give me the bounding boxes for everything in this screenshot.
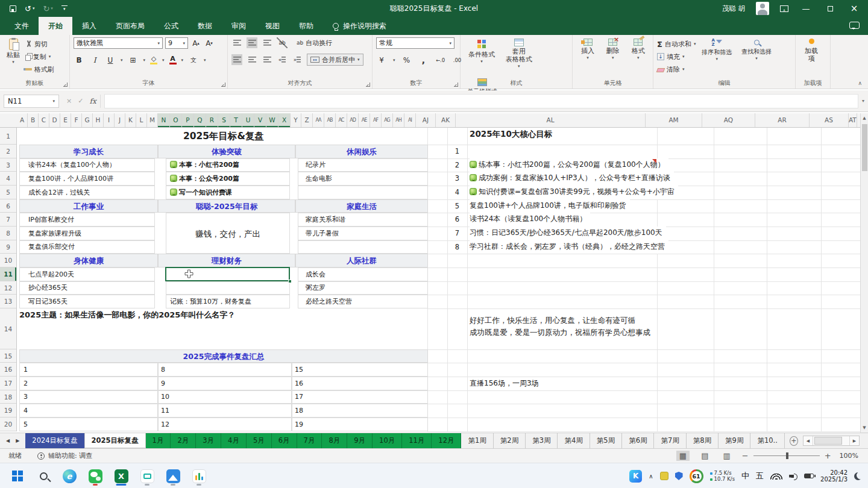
align-middle-icon[interactable]: [247, 37, 257, 48]
col-header-B[interactable]: B: [28, 113, 39, 127]
horizontal-scroll-thumb[interactable]: [814, 437, 842, 445]
right-panel-title[interactable]: 2025年10大核心目标: [470, 129, 555, 140]
wrap-text-button[interactable]: ab自动换行: [297, 37, 332, 48]
sheet-tab-第2周[interactable]: 第2周: [494, 433, 526, 448]
avatar[interactable]: [756, 2, 769, 15]
col-header-AJ[interactable]: AJ: [416, 113, 436, 127]
summary-cell[interactable]: 2: [19, 377, 158, 390]
format-painter-button[interactable]: 格式刷: [25, 64, 54, 75]
summary-cell[interactable]: 10: [158, 390, 292, 404]
col-header-I[interactable]: I: [104, 113, 115, 127]
col-header-O[interactable]: O: [170, 113, 182, 127]
row-header-20[interactable]: 20: [0, 418, 16, 431]
close-button[interactable]: ×: [848, 3, 861, 14]
excel-taskbar-button[interactable]: X: [113, 466, 129, 486]
am-text-cell[interactable]: 习惯：日记365天/抄心经365天/七点早起200天/散步100天: [470, 227, 666, 240]
undo-button[interactable]: ↺▾: [25, 5, 34, 13]
number-dialog-launcher-icon[interactable]: [454, 83, 458, 87]
col-header-AS[interactable]: AS: [810, 113, 849, 127]
col-header-AH[interactable]: AH: [393, 113, 404, 127]
chart-app-button[interactable]: [191, 466, 207, 486]
minimize-button[interactable]: —: [799, 4, 813, 13]
restore-button[interactable]: [823, 4, 837, 13]
menu-tab-插入[interactable]: 插入: [72, 17, 106, 35]
sort-filter-button[interactable]: AZ 排序和筛选▾: [698, 37, 735, 77]
col-header-AB[interactable]: AB: [324, 113, 336, 127]
col-header-V[interactable]: V: [254, 113, 266, 127]
col-header-G[interactable]: G: [82, 113, 93, 127]
am-text-cell[interactable]: 知识付费课=复盘创富30讲卖99元，视频号+公众号+小宇宙: [470, 186, 678, 199]
summary-cell[interactable]: 17: [292, 390, 428, 404]
sheet-cell[interactable]: 本事：小红书200篇: [166, 158, 290, 172]
wifi-icon[interactable]: [770, 472, 782, 480]
row-header-7[interactable]: 7: [0, 213, 16, 227]
page-break-view-icon[interactable]: ▥: [720, 451, 733, 461]
sheet-tab-8月[interactable]: 8月: [322, 433, 347, 448]
row-header-19[interactable]: 19: [0, 404, 16, 418]
row-header-16[interactable]: 16: [0, 363, 16, 377]
col-header-Y[interactable]: Y: [291, 113, 301, 127]
col-header-K[interactable]: K: [125, 113, 136, 127]
new-sheet-button[interactable]: +: [790, 436, 798, 446]
battery-icon[interactable]: [804, 474, 814, 479]
col-header-A[interactable]: A: [17, 113, 28, 127]
name-box[interactable]: N11▾: [4, 95, 59, 108]
menu-tab-公式[interactable]: 公式: [154, 17, 188, 35]
col-header-S[interactable]: S: [218, 113, 230, 127]
band-header[interactable]: 体验突破: [158, 145, 295, 158]
col-header-R[interactable]: R: [206, 113, 218, 127]
theme-row-text[interactable]: 2025主题：如果生活像一部电影，你的2025年叫什么名字？: [19, 310, 235, 321]
summary-cell[interactable]: 12: [158, 418, 292, 431]
sheet-cell[interactable]: 复盘家族课程升级: [19, 227, 155, 240]
col-header-X[interactable]: X: [278, 113, 291, 127]
am-text-cell[interactable]: 复盘100讲+个人品牌100讲，电子版和印刷验货: [470, 199, 630, 213]
sheet-tab-第3周[interactable]: 第3周: [526, 433, 558, 448]
row-header-15[interactable]: 15: [0, 349, 16, 363]
font-color-button[interactable]: A: [169, 56, 177, 64]
sheet-cell[interactable]: 成长会12讲，过钱关: [19, 186, 155, 199]
sheet-cell[interactable]: 复盘俱乐部交付: [19, 240, 155, 254]
band-header[interactable]: 理财财务: [158, 254, 295, 267]
decrease-font-icon[interactable]: A▾: [204, 38, 215, 49]
col-header-AT[interactable]: AT: [849, 113, 857, 127]
menu-tab-页面布局[interactable]: 页面布局: [106, 17, 154, 35]
night-mode-icon[interactable]: [854, 472, 862, 480]
clear-button[interactable]: 清除▾: [657, 64, 696, 75]
sheet-cell[interactable]: 成长会: [298, 267, 428, 281]
menu-tab-文件[interactable]: 文件: [5, 17, 39, 35]
sheet-tab-10月[interactable]: 10月: [373, 433, 402, 448]
summary-header[interactable]: 2025完成事件复盘汇总: [19, 349, 428, 363]
fill-button[interactable]: ↓填充▾: [657, 51, 696, 62]
row-header-2[interactable]: 2: [0, 145, 16, 158]
tray-app-icon[interactable]: [660, 472, 668, 480]
delete-cells-button[interactable]: 删除▾: [602, 37, 624, 77]
sheet-tab-2025目标复盘[interactable]: 2025目标复盘: [84, 433, 146, 448]
al-number-cell[interactable]: 1: [447, 145, 467, 158]
summary-cell[interactable]: 5: [19, 418, 158, 431]
sheet-cell[interactable]: 七点早起200天: [19, 267, 155, 281]
percent-style-icon[interactable]: %: [401, 55, 412, 66]
sheet-cell[interactable]: 复盘100讲，个人品牌100讲: [19, 172, 155, 186]
sheet-cell[interactable]: 写日记365天: [19, 295, 155, 308]
sheet-tab-第7周[interactable]: 第7周: [654, 433, 686, 448]
col-header-C[interactable]: C: [39, 113, 49, 127]
am-text-cell[interactable]: 读书24本（读复盘100个人物书籍）: [470, 213, 590, 227]
col-header-L[interactable]: L: [136, 113, 147, 127]
horizontal-scrollbar[interactable]: ◀ ▶: [803, 436, 860, 446]
collapse-ribbon-icon[interactable]: ∧: [858, 80, 862, 86]
al-number-cell[interactable]: 2: [447, 158, 467, 172]
col-header-J[interactable]: J: [115, 113, 125, 127]
network-speed[interactable]: 7.5 K/s 10.7 K/s: [710, 470, 735, 483]
sheet-tab-7月[interactable]: 7月: [297, 433, 322, 448]
font-name-select[interactable]: 微软雅黑▾: [74, 37, 163, 49]
col-header-AD[interactable]: AD: [347, 113, 359, 127]
save-button[interactable]: [10, 5, 16, 12]
zoom-level[interactable]: 100%: [840, 452, 858, 460]
summary-cell[interactable]: 8: [158, 363, 292, 377]
align-left-icon[interactable]: [231, 54, 242, 65]
comma-style-icon[interactable]: ,: [418, 55, 429, 66]
align-top-icon[interactable]: [231, 37, 242, 48]
col-header-Z[interactable]: Z: [301, 113, 313, 127]
sheet-tab-6月[interactable]: 6月: [272, 433, 297, 448]
col-header-P[interactable]: P: [182, 113, 194, 127]
